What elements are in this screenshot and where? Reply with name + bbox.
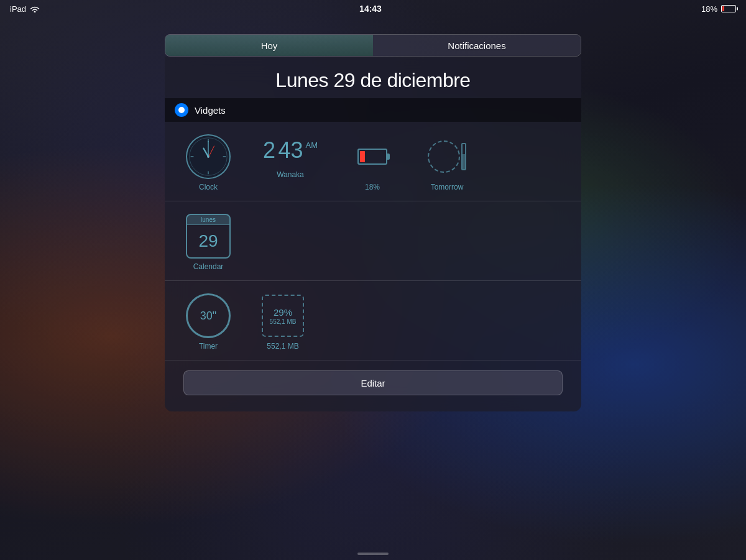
widget-section-2: lunes 29 Calendar	[165, 201, 581, 281]
wifi-icon	[30, 5, 40, 12]
memory-percent: 29%	[274, 307, 292, 318]
svg-line-6	[203, 149, 208, 157]
battery-widget-display	[350, 134, 395, 179]
tomorrow-display	[425, 134, 469, 179]
widget-row-1: Clock 2 43 AM Wanaka	[183, 134, 563, 191]
wanaka-time-block: 2 43	[263, 139, 303, 162]
widget-row-2: lunes 29 Calendar	[183, 214, 563, 271]
widget-row-3: 30" Timer 29% 552,1 MB 552,1 MB	[183, 293, 563, 351]
cal-day-header: lunes	[187, 215, 229, 225]
wanaka-ampm: AM	[306, 140, 318, 150]
vidgets-icon-inner	[178, 107, 185, 113]
memory-display: 29% 552,1 MB	[260, 293, 305, 338]
calendar-display: lunes 29	[186, 214, 231, 259]
battery-percent: 18%	[701, 4, 717, 14]
vidgets-icon	[175, 103, 188, 117]
widget-section-3: 30" Timer 29% 552,1 MB 552,1 MB	[165, 281, 581, 360]
tab-notificaciones[interactable]: Notificaciones	[373, 35, 581, 56]
clock-svg	[187, 135, 229, 178]
widget-battery[interactable]: 18%	[348, 134, 397, 191]
tomorrow-circle	[428, 140, 460, 173]
battery-label: 18%	[365, 183, 380, 191]
widget-memory[interactable]: 29% 552,1 MB 552,1 MB	[258, 293, 308, 351]
svg-point-0	[34, 11, 36, 13]
tomorrow-label: Tomorrow	[431, 183, 464, 191]
device-label: iPad	[10, 4, 26, 14]
clock-label: Clock	[199, 183, 218, 191]
memory-mb: 552,1 MB	[270, 318, 297, 325]
widget-timer[interactable]: 30" Timer	[183, 293, 233, 351]
widget-section-1: Clock 2 43 AM Wanaka	[165, 122, 581, 201]
wanaka-display: 2 43 AM	[258, 134, 323, 167]
widget-clock[interactable]: Clock	[183, 134, 233, 191]
edit-button[interactable]: Editar	[183, 370, 563, 395]
date-header: Lunes 29 de diciembre	[165, 57, 581, 98]
calendar-label: Calendar	[193, 262, 224, 271]
edit-btn-container: Editar	[165, 360, 581, 402]
status-bar: iPad 14:43 18%	[0, 0, 746, 17]
wanaka-minute: 43	[278, 137, 303, 163]
wanaka-label: Wanaka	[277, 170, 304, 179]
status-time: 14:43	[359, 4, 382, 14]
timer-display: 30"	[186, 293, 231, 338]
battery-widget-fill	[360, 151, 365, 162]
wanaka-hour: 2	[263, 137, 275, 163]
timer-label: Timer	[199, 342, 218, 351]
battery-fill	[722, 6, 724, 11]
status-left: iPad	[10, 4, 40, 14]
nc-content: Lunes 29 de diciembre Vidgets	[165, 57, 581, 411]
segment-control[interactable]: Hoy Notificaciones	[165, 34, 581, 57]
timer-text: 30"	[200, 310, 216, 323]
memory-label: 552,1 MB	[267, 342, 298, 351]
home-indicator[interactable]	[357, 553, 389, 555]
svg-point-9	[207, 155, 210, 158]
status-right: 18%	[701, 4, 736, 14]
notification-center-panel: Hoy Notificaciones Lunes 29 de diciembre…	[165, 34, 581, 411]
section-header: Vidgets	[165, 98, 581, 122]
memory-border: 29% 552,1 MB	[262, 295, 304, 337]
tomorrow-bar	[461, 143, 466, 170]
widget-calendar[interactable]: lunes 29 Calendar	[183, 214, 233, 271]
widget-wanaka[interactable]: 2 43 AM Wanaka	[258, 134, 323, 179]
section-title: Vidgets	[195, 105, 226, 116]
cal-date-num: 29	[187, 225, 229, 257]
widget-tomorrow[interactable]: Tomorrow	[422, 134, 472, 191]
tab-hoy[interactable]: Hoy	[165, 35, 373, 56]
status-battery-icon	[721, 5, 736, 12]
battery-widget-body	[357, 149, 387, 165]
tomorrow-bar-fill	[463, 154, 465, 169]
clock-face	[186, 134, 231, 179]
